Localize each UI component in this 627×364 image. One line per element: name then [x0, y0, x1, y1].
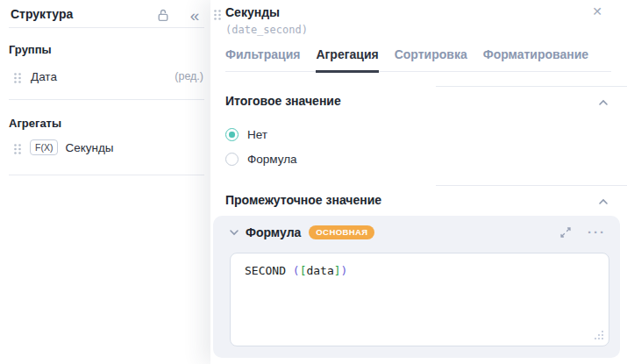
dialog-field-id: (date_second): [225, 24, 308, 36]
lock-icon[interactable]: [154, 6, 172, 24]
close-icon[interactable]: ✕: [592, 4, 602, 18]
chevron-up-icon[interactable]: [597, 196, 609, 208]
formula-card-actions: ···: [559, 226, 606, 239]
code-token: SECOND: [245, 264, 286, 277]
divider: [436, 86, 627, 87]
expand-icon[interactable]: [559, 226, 572, 239]
divider: [436, 185, 627, 186]
structure-panel: Структура « Группы Дата (ред.) Агрегаты: [0, 0, 210, 364]
groups-header: Группы: [9, 43, 52, 56]
code-token: ): [341, 264, 348, 277]
formula-card: Формула ОСНОВНАЯ ··· SECOND ([data]): [213, 216, 620, 358]
divider: [9, 27, 204, 28]
resize-grip-icon[interactable]: [594, 331, 603, 340]
formula-card-header: Формула ОСНОВНАЯ ···: [228, 225, 606, 239]
total-value-section-title: Итоговое значение: [225, 94, 341, 108]
group-item-data[interactable]: Дата (ред.): [0, 66, 210, 87]
structure-panel-actions: «: [154, 6, 203, 24]
collapse-panel-icon[interactable]: «: [186, 6, 203, 24]
group-item-edit-hint[interactable]: (ред.): [175, 70, 203, 82]
tab-filtration[interactable]: Фильтрация: [225, 47, 300, 71]
formula-code: SECOND ([data]): [245, 264, 347, 277]
tab-sorting[interactable]: Сортировка: [395, 47, 467, 71]
intermediate-value-section-title: Промежуточное значение: [225, 193, 381, 207]
structure-panel-title: Структура: [11, 7, 73, 21]
main-badge: ОСНОВНАЯ: [309, 225, 374, 239]
chevron-up-icon[interactable]: [597, 96, 609, 109]
field-settings-dialog: Секунды (date_second) ✕ Фильтрация Агрег…: [210, 0, 627, 364]
divider: [9, 99, 204, 100]
aggregate-item-label: Секунды: [65, 141, 113, 154]
radio-label: Нет: [247, 128, 267, 141]
radio-option-none[interactable]: Нет: [225, 128, 267, 141]
divider: [9, 175, 204, 175]
aggregates-header: Агрегаты: [9, 117, 61, 130]
chevron-down-icon[interactable]: [228, 226, 240, 239]
more-menu-icon[interactable]: ···: [588, 228, 606, 237]
drag-handle-icon[interactable]: [14, 142, 21, 153]
radio-button[interactable]: [225, 153, 239, 166]
radio-option-formula[interactable]: Формула: [225, 153, 297, 166]
aggregate-item-seconds[interactable]: F(X) Секунды: [0, 137, 210, 158]
dialog-title: Секунды: [225, 5, 280, 19]
formula-card-title: Формула: [246, 225, 301, 239]
drag-handle-icon[interactable]: [214, 8, 221, 24]
code-token: (: [293, 264, 300, 277]
code-token: ]: [334, 264, 341, 277]
drag-handle-icon[interactable]: [14, 71, 21, 82]
group-item-label: Дата: [31, 70, 57, 83]
settings-tabs: Фильтрация Агрегация Сортировка Форматир…: [225, 47, 611, 72]
radio-label: Формула: [247, 153, 297, 166]
radio-button[interactable]: [225, 128, 239, 141]
code-token: data: [306, 264, 333, 277]
formula-editor[interactable]: SECOND ([data]): [230, 253, 609, 346]
app-window: Структура « Группы Дата (ред.) Агрегаты: [0, 0, 627, 364]
tab-aggregation[interactable]: Агрегация: [316, 47, 378, 73]
tab-formatting[interactable]: Форматирование: [483, 47, 588, 71]
formula-fx-badge: F(X): [30, 139, 58, 155]
code-token: [286, 264, 293, 277]
